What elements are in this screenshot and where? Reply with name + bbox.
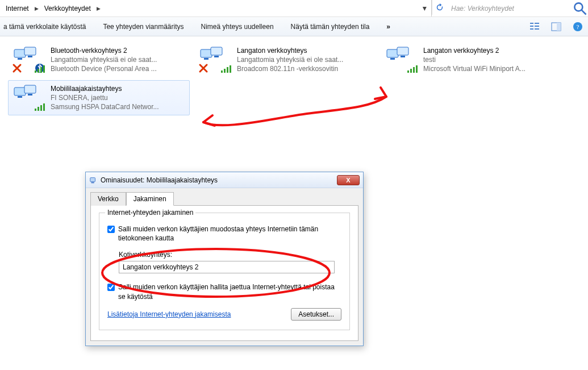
- svg-rect-14: [18, 58, 22, 60]
- svg-rect-3: [530, 26, 533, 27]
- svg-rect-17: [35, 70, 36, 73]
- svg-rect-46: [40, 105, 42, 111]
- svg-rect-49: [91, 182, 94, 183]
- settings-button[interactable]: Asetukset...: [291, 308, 341, 321]
- svg-rect-33: [401, 56, 405, 57]
- svg-rect-40: [24, 85, 36, 93]
- close-icon: X: [346, 177, 350, 184]
- chk-allow-share[interactable]: Salli muiden verkon käyttäjien muodostaa…: [107, 225, 341, 243]
- breadcrumb[interactable]: Internet ▶ Verkkoyhteydet ▶ ▶: [0, 0, 432, 16]
- connection-icon: [13, 46, 45, 72]
- svg-rect-2: [530, 23, 533, 24]
- connection-device: Microsoft Virtual WiFi Miniport A...: [423, 64, 526, 73]
- svg-rect-19: [40, 67, 42, 73]
- connection-icon: [199, 46, 231, 72]
- search-icon[interactable]: [572, 0, 588, 16]
- svg-text:?: ?: [577, 23, 579, 30]
- connection-item[interactable]: Bluetooth-verkkoyhteys 2 Langattomia yht…: [8, 42, 190, 78]
- connection-status: FI SONERA, jaettu: [51, 93, 159, 102]
- search-input[interactable]: Hae: Verkkoyhteydet: [447, 0, 572, 16]
- breadcrumb-item-connections[interactable]: Verkkoyhteydet: [42, 5, 93, 13]
- cmd-show-status[interactable]: Näytä tämän yhteyden tila: [287, 20, 373, 33]
- svg-rect-31: [397, 47, 408, 55]
- disabled-x-icon: [198, 63, 208, 73]
- svg-rect-28: [227, 67, 228, 73]
- group-legend: Internet-yhteyden jakaminen: [105, 209, 195, 217]
- svg-rect-38: [416, 65, 418, 73]
- help-icon[interactable]: ?: [572, 21, 583, 32]
- tab-panel-sharing: Internet-yhteyden jakaminen Salli muiden…: [90, 205, 358, 341]
- toolbar: a tämä verkkolaite käytöstä Tee yhteyden…: [0, 17, 588, 36]
- connection-status: Langattomia yhteyksiä ei ole saat...: [237, 55, 343, 64]
- cmd-disable-device[interactable]: a tämä verkkolaite käytöstä: [0, 20, 89, 33]
- svg-rect-45: [37, 107, 39, 111]
- svg-rect-12: [14, 49, 26, 57]
- breadcrumb-item-internet[interactable]: Internet: [3, 5, 31, 13]
- search-placeholder: Hae: Verkkoyhteydet: [451, 5, 514, 13]
- svg-rect-48: [90, 177, 95, 181]
- svg-rect-27: [224, 69, 226, 73]
- connection-item[interactable]: Mobiililaajakaistayhteys FI SONERA, jaet…: [8, 80, 190, 116]
- connection-title: Bluetooth-verkkoyhteys 2: [51, 46, 157, 55]
- connection-device: Samsung HSPA DataCard Networ...: [51, 102, 159, 111]
- svg-rect-4: [530, 28, 533, 30]
- home-connection-label: Kotiverkkoyhteys:: [119, 251, 341, 259]
- svg-rect-23: [204, 58, 208, 60]
- svg-rect-35: [407, 70, 409, 73]
- chk-allow-share-input[interactable]: [107, 226, 115, 233]
- tab-network[interactable]: Verkko: [90, 192, 126, 206]
- chk-allow-control-input[interactable]: [107, 284, 115, 291]
- svg-point-0: [574, 3, 582, 11]
- more-info-link[interactable]: Lisätietoja Internet-yhteyden jakamisest…: [107, 310, 231, 318]
- svg-rect-30: [387, 49, 398, 57]
- home-connection-select[interactable]: [119, 261, 335, 273]
- svg-rect-18: [37, 69, 39, 73]
- svg-rect-37: [413, 67, 415, 73]
- svg-rect-21: [201, 49, 212, 57]
- dialog-titlebar[interactable]: Ominaisuudet: Mobiililaajakaistayhteys X: [86, 172, 363, 188]
- signal-bars-icon: [35, 64, 46, 73]
- dialog-icon: [89, 176, 97, 184]
- toolbar-overflow[interactable]: »: [383, 20, 394, 33]
- tab-sharing[interactable]: Jakaminen: [126, 192, 174, 206]
- svg-rect-36: [410, 69, 412, 73]
- view-options-icon[interactable]: [529, 21, 540, 32]
- refresh-button[interactable]: [432, 0, 447, 15]
- dialog-title-text: Ominaisuudet: Mobiililaajakaistayhteys: [101, 176, 333, 184]
- connection-title: Langaton verkkoyhteys 2: [423, 46, 526, 55]
- address-bar: Internet ▶ Verkkoyhteydet ▶ ▶ Hae: Verkk…: [0, 0, 588, 17]
- connection-device: Broadcom 802.11n -verkkosovitin: [237, 64, 343, 73]
- svg-rect-20: [43, 65, 45, 73]
- cmd-diagnose[interactable]: Tee yhteyden vianmääritys: [99, 20, 187, 33]
- svg-rect-13: [24, 47, 36, 55]
- cmd-rename[interactable]: Nimeä yhteys uudelleen: [197, 20, 277, 33]
- connection-status: Langattomia yhteyksiä ei ole saat...: [51, 55, 157, 64]
- signal-bars-icon: [221, 64, 232, 73]
- preview-pane-icon[interactable]: [551, 21, 562, 32]
- chk-allow-control[interactable]: Salli muiden verkon käyttäjien hallita j…: [107, 282, 341, 301]
- svg-line-1: [582, 10, 586, 14]
- chk-allow-control-label: Salli muiden verkon käyttäjien hallita j…: [118, 282, 341, 301]
- connection-title: Langaton verkkoyhteys: [237, 46, 343, 55]
- chevron-right-icon[interactable]: ▶: [95, 6, 102, 11]
- close-button[interactable]: X: [337, 175, 360, 185]
- chevron-right-icon[interactable]: ▶: [34, 6, 40, 11]
- svg-rect-44: [35, 109, 36, 111]
- signal-bars-icon: [407, 64, 419, 73]
- connections-grid: Bluetooth-verkkoyhteys 2 Langattomia yht…: [0, 36, 588, 121]
- svg-rect-26: [221, 70, 223, 73]
- chevron-down-icon[interactable]: ▶: [422, 5, 428, 11]
- connection-item[interactable]: Langaton verkkoyhteys Langattomia yhteyk…: [194, 42, 376, 78]
- svg-rect-42: [28, 94, 32, 95]
- svg-rect-9: [557, 23, 561, 31]
- tab-strip: Verkko Jakaminen: [86, 188, 363, 205]
- connection-item[interactable]: Langaton verkkoyhteys 2 testi Microsoft …: [381, 42, 562, 78]
- svg-rect-5: [535, 23, 539, 24]
- chk-allow-share-label: Salli muiden verkon käyttäjien muodostaa…: [118, 225, 341, 243]
- properties-dialog: Ominaisuudet: Mobiililaajakaistayhteys X…: [85, 172, 364, 346]
- svg-rect-6: [535, 26, 539, 27]
- svg-rect-24: [214, 56, 219, 57]
- svg-rect-39: [14, 88, 26, 95]
- connection-title: Mobiililaajakaistayhteys: [51, 84, 159, 93]
- svg-rect-7: [535, 28, 539, 30]
